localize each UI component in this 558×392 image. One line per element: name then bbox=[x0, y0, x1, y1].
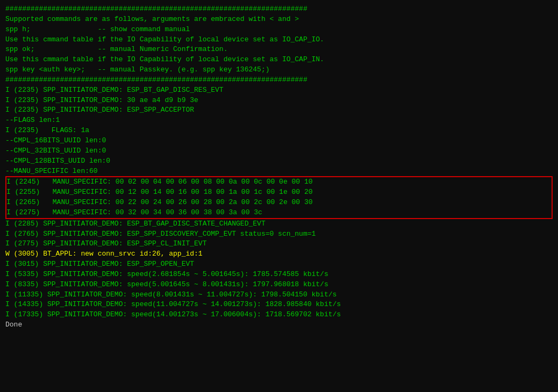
terminal-content: ########################################… bbox=[5, 4, 553, 330]
terminal-line-i2235-2: I (2235) SPP_INITIATOR_DEMO: 30 ae a4 d9… bbox=[5, 96, 553, 106]
terminal-line-i2275: I (2275) MANU_SPECIFIC: 00 32 00 34 00 3… bbox=[6, 208, 552, 218]
terminal-line-spp-ok: spp ok; -- manual Numeric Confirmation. bbox=[5, 45, 553, 55]
terminal-line-use-in: Use this cmmand table if the IO Capabili… bbox=[5, 55, 553, 65]
terminal-line-i2245: I (2245) MANU_SPECIFIC: 00 02 00 04 00 0… bbox=[6, 177, 552, 187]
terminal-line-i2235-1: I (2235) SPP_INITIATOR_DEMO: ESP_BT_GAP_… bbox=[5, 85, 553, 96]
terminal-line-cmpl32: --CMPL_32BITS_UUID len:0 bbox=[5, 146, 553, 156]
terminal-line-flags: --FLAGS len:1 bbox=[5, 115, 553, 126]
terminal-line-use-io: Use this cmmand table if the IO Capabili… bbox=[5, 35, 553, 45]
terminal-line-i14335: I (14335) SPP_INITIATOR_DEMO: speed(11.0… bbox=[5, 300, 553, 310]
terminal-line-i5335: I (5335) SPP_INITIATOR_DEMO: speed(2.681… bbox=[5, 270, 553, 280]
terminal-line-i8335: I (8335) SPP_INITIATOR_DEMO: speed(5.001… bbox=[5, 280, 553, 290]
terminal-line-i17335: I (17335) SPP_INITIATOR_DEMO: speed(14.0… bbox=[5, 310, 553, 320]
terminal-line-i2265: I (2265) MANU_SPECIFIC: 00 22 00 24 00 2… bbox=[6, 198, 552, 208]
terminal-line-cmpl16: --CMPL_16BITS_UUID len:0 bbox=[5, 136, 553, 146]
terminal-line-i2285: I (2285) SPP_INITIATOR_DEMO: ESP_BT_GAP_… bbox=[5, 219, 553, 229]
terminal-line-spp-key: spp key <auth key>; -- manual Passkey. (… bbox=[5, 65, 553, 75]
terminal-line-i11335: I (11335) SPP_INITIATOR_DEMO: speed(8.00… bbox=[5, 290, 553, 300]
terminal-line-w3005: W (3005) BT_APPL: new conn_srvc id:26, a… bbox=[5, 249, 553, 259]
terminal-line-i2765: I (2765) SPP_INITIATOR_DEMO: ESP_SPP_DIS… bbox=[5, 229, 553, 239]
terminal-line-spp-h: spp h; -- show command manual bbox=[5, 25, 553, 35]
terminal-line-i2235-3: I (2235) SPP_INITIATOR_DEMO: ESP_SPP_ACC… bbox=[5, 105, 553, 115]
terminal-line-manu-specific-header: --MANU_SPECIFIC len:60 bbox=[5, 166, 553, 177]
terminal-line-supported: Supported commands are as follows, argum… bbox=[5, 14, 553, 25]
terminal-line-hash2: ########################################… bbox=[5, 75, 553, 85]
terminal-line-hash1: ########################################… bbox=[5, 4, 553, 14]
terminal-line-i2235-flags: I (2235) FLAGS: 1a bbox=[5, 126, 553, 136]
terminal-window: ########################################… bbox=[5, 4, 553, 388]
terminal-line-i3015: I (3015) SPP_INITIATOR_DEMO: ESP_SPP_OPE… bbox=[5, 259, 553, 270]
terminal-line-done: Done bbox=[5, 320, 553, 330]
terminal-line-i2775: I (2775) SPP_INITIATOR_DEMO: ESP_SPP_CL_… bbox=[5, 239, 553, 249]
terminal-line-cmpl128: --CMPL_128BITS_UUID len:0 bbox=[5, 156, 553, 166]
terminal-line-i2255: I (2255) MANU_SPECIFIC: 00 12 00 14 00 1… bbox=[6, 187, 552, 198]
